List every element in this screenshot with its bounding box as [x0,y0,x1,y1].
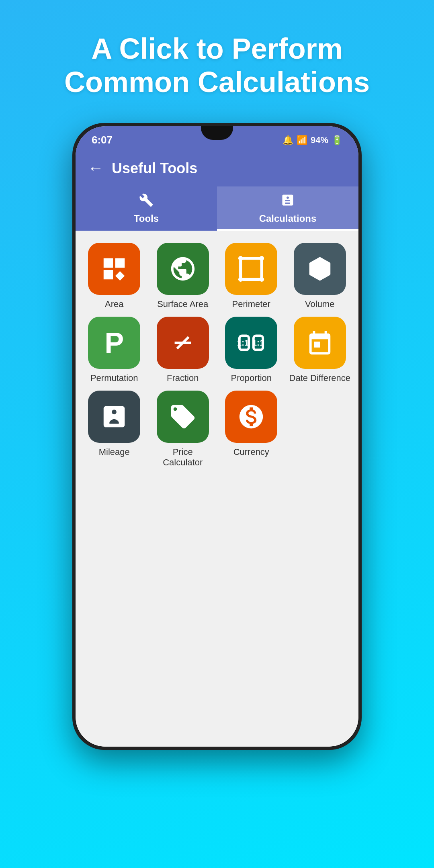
proportion-item[interactable]: 1:1 1:1 Proportion [221,317,282,383]
tools-icon [139,193,154,211]
svg-point-4 [260,277,264,282]
area-label: Area [105,299,123,309]
currency-label: Currency [233,447,269,457]
date-difference-label: Date Difference [289,373,350,383]
fraction-item[interactable]: Fraction [152,317,214,383]
svg-rect-0 [241,258,262,279]
calculations-label: Calculations [259,213,317,224]
perimeter-icon-box [225,243,277,295]
tab-bar: Tools Calculations [76,186,358,231]
area-icon-box [88,243,140,295]
content-area: Area Surface Area [76,231,358,747]
price-calculator-label: Price Calculator [152,447,214,468]
svg-point-3 [238,277,243,282]
headline: A Click to Perform Common Calculations [40,0,394,123]
svg-text:1:1: 1:1 [237,338,249,347]
mileage-item[interactable]: Mileage [84,391,145,468]
fraction-icon-box [157,317,209,369]
date-difference-item[interactable]: Date Difference [289,317,351,383]
app-title: Useful Tools [112,160,197,177]
surface-area-label: Surface Area [157,299,208,309]
perimeter-label: Perimeter [232,299,270,309]
app-bar: ← Useful Tools [76,150,358,186]
currency-icon-box [225,391,277,443]
surface-area-item[interactable]: Surface Area [152,243,214,309]
permutation-label: Permutation [90,373,138,383]
proportion-label: Proportion [231,373,272,383]
area-item[interactable]: Area [84,243,145,309]
permutation-icon-box: P [88,317,140,369]
tools-label: Tools [134,213,159,224]
date-difference-icon-box [294,317,346,369]
proportion-icon-box: 1:1 1:1 [225,317,277,369]
battery-level: 94% [311,135,328,145]
surface-area-icon-box [157,243,209,295]
volume-icon-box [294,243,346,295]
status-time: 6:07 [92,134,113,146]
currency-item[interactable]: Currency [221,391,282,468]
price-calculator-icon-box [157,391,209,443]
svg-point-2 [260,256,264,261]
price-calculator-item[interactable]: Price Calculator [152,391,214,468]
volume-label: Volume [305,299,334,309]
perimeter-item[interactable]: Perimeter [221,243,282,309]
svg-text:1:1: 1:1 [252,338,264,347]
tool-grid: Area Surface Area [84,243,350,468]
phone-shell: 6:07 🔔 📶 94% 🔋 ← Useful Tools [72,123,362,750]
screen: 6:07 🔔 📶 94% 🔋 ← Useful Tools [76,126,358,747]
volume-item[interactable]: Volume [289,243,351,309]
permutation-item[interactable]: P Permutation [84,317,145,383]
svg-point-1 [238,256,243,261]
mileage-label: Mileage [99,447,130,457]
fraction-label: Fraction [167,373,199,383]
mileage-icon-box [88,391,140,443]
calculations-icon [280,193,295,211]
status-icons: 🔔 📶 94% 🔋 [283,135,342,145]
tab-calculations[interactable]: Calculations [217,186,358,231]
back-button[interactable]: ← [88,159,104,177]
tab-tools[interactable]: Tools [76,186,217,231]
